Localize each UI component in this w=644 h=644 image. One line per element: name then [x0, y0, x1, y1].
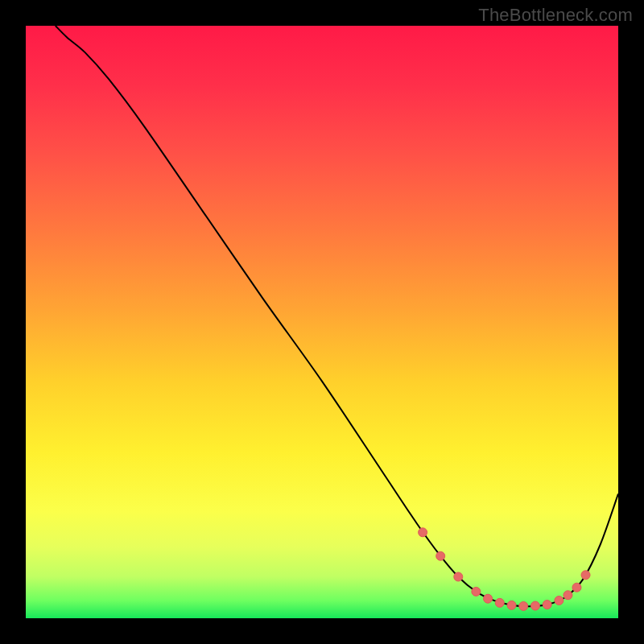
optimal-dot — [419, 528, 427, 537]
plot-area — [26, 26, 618, 618]
gradient-background — [26, 26, 618, 618]
attribution-label: TheBottleneck.com — [478, 5, 633, 26]
optimal-dot — [564, 591, 572, 600]
optimal-dot — [572, 583, 581, 592]
optimal-dot — [530, 601, 539, 610]
optimal-dot — [581, 571, 590, 580]
optimal-dot — [507, 601, 516, 609]
optimal-dot — [472, 587, 481, 596]
optimal-dot — [436, 551, 445, 560]
optimal-dot — [484, 594, 493, 603]
plot-svg — [26, 26, 618, 618]
optimal-dot — [454, 572, 463, 581]
optimal-dot — [543, 601, 551, 609]
optimal-dot — [519, 601, 528, 610]
chart-frame: TheBottleneck.com — [0, 0, 644, 644]
optimal-dot — [495, 598, 504, 607]
optimal-dot — [555, 596, 564, 605]
